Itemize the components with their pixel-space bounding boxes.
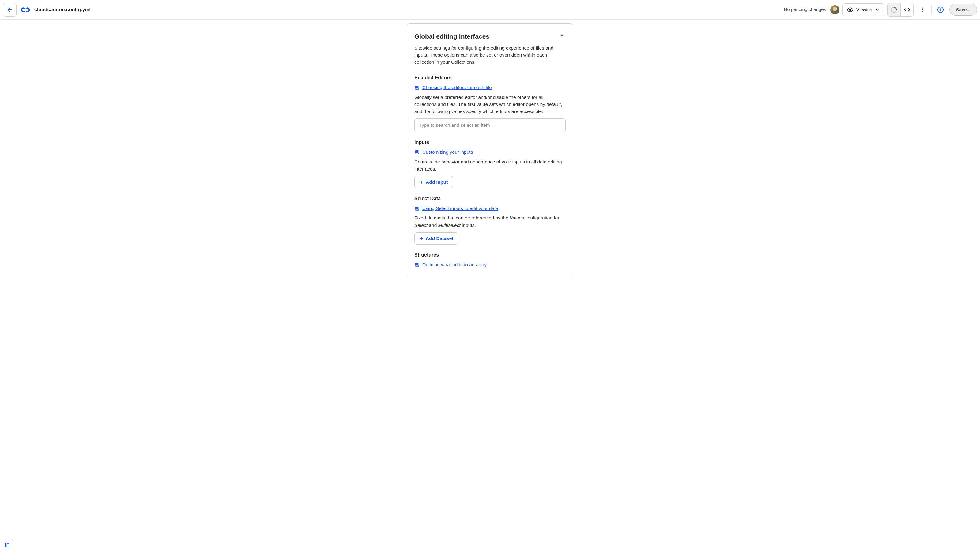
section-title: Structures	[414, 251, 566, 259]
doc-link-row: Defining what adds to an array	[414, 261, 566, 268]
settings-card: Global editing interfaces Sitewide setti…	[407, 23, 573, 276]
card-title: Global editing interfaces	[414, 32, 489, 41]
code-icon	[904, 7, 910, 13]
pending-changes-label: No pending changes	[784, 6, 826, 13]
section-inputs: Inputs Customizing your inputs Controls …	[414, 139, 566, 188]
enabled-editors-search-input[interactable]	[414, 119, 566, 132]
arrow-left-icon	[7, 7, 13, 13]
avatar[interactable]	[830, 5, 840, 14]
content-area: Global editing interfaces Sitewide setti…	[0, 20, 980, 276]
chevron-down-icon	[875, 8, 880, 12]
svg-point-4	[26, 9, 29, 11]
svg-rect-5	[24, 9, 27, 11]
doc-link-inputs[interactable]: Customizing your inputs	[422, 148, 473, 156]
add-dataset-button[interactable]: Add Dataset	[414, 232, 458, 245]
eye-icon	[847, 7, 853, 13]
viewing-label: Viewing	[856, 7, 872, 12]
save-button[interactable]: Save...	[950, 4, 977, 16]
doc-link-row: Choosing the editors for each file	[414, 84, 566, 91]
desc-text: inputs.	[461, 222, 476, 228]
add-input-label: Add Input	[426, 179, 448, 185]
svg-point-6	[850, 9, 851, 10]
more-menu-button[interactable]	[916, 4, 928, 16]
add-dataset-label: Add Dataset	[426, 236, 453, 241]
desc-text: and	[428, 222, 438, 228]
viewing-mode-button[interactable]: Viewing	[843, 3, 884, 16]
section-description: Globally set a preferred editor and/or d…	[414, 94, 566, 115]
filename: cloudcannon.config.yml	[34, 6, 91, 13]
desc-em: Values	[510, 215, 524, 221]
section-select-data: Select Data Using Select inputs to edit …	[414, 195, 566, 245]
svg-point-8	[922, 7, 923, 8]
back-button[interactable]	[3, 3, 16, 16]
card-header: Global editing interfaces	[414, 32, 566, 41]
doc-link-select-data[interactable]: Using Select inputs to edit your data	[422, 205, 498, 212]
card-description: Sitewide settings for configuring the ed…	[414, 44, 566, 66]
spinner-icon	[891, 7, 897, 13]
view-toggle-group	[887, 3, 913, 16]
svg-point-9	[922, 9, 923, 10]
book-icon	[414, 150, 419, 155]
book-icon	[414, 262, 419, 267]
svg-point-7	[891, 7, 897, 12]
plus-icon	[420, 236, 424, 241]
section-description: Fixed datasets that can be referenced by…	[414, 214, 566, 229]
desc-text: Fixed datasets that can be referenced by…	[414, 215, 510, 221]
divider	[931, 5, 932, 14]
section-title: Enabled Editors	[414, 74, 566, 81]
book-icon	[414, 206, 419, 211]
doc-link-structures[interactable]: Defining what adds to an array	[422, 261, 487, 268]
section-enabled-editors: Enabled Editors Choosing the editors for…	[414, 74, 566, 132]
cloudcannon-logo-icon	[20, 5, 30, 15]
app-logo	[20, 5, 30, 15]
svg-point-10	[922, 11, 923, 12]
chevron-up-icon	[559, 32, 565, 38]
info-icon	[937, 6, 944, 13]
desc-text: configuration for	[524, 215, 559, 221]
doc-link-row: Customizing your inputs	[414, 148, 566, 156]
app-header: cloudcannon.config.yml No pending change…	[0, 0, 980, 20]
doc-link-row: Using Select inputs to edit your data	[414, 205, 566, 212]
svg-point-3	[22, 9, 24, 11]
plus-icon	[420, 180, 424, 184]
section-structures: Structures Defining what adds to an arra…	[414, 251, 566, 268]
code-view-toggle[interactable]	[900, 3, 913, 16]
section-title: Inputs	[414, 139, 566, 146]
desc-em: Multiselect	[438, 222, 461, 228]
section-description: Controls the behavior and appearance of …	[414, 158, 566, 173]
form-view-toggle[interactable]	[888, 3, 900, 16]
header-right: No pending changes Viewing Save...	[784, 3, 977, 16]
header-left: cloudcannon.config.yml	[3, 3, 91, 16]
collapse-button[interactable]	[558, 32, 566, 39]
more-vertical-icon	[920, 7, 926, 13]
book-icon	[414, 85, 419, 90]
section-title: Select Data	[414, 195, 566, 202]
desc-em: Select	[414, 222, 428, 228]
add-input-button[interactable]: Add Input	[414, 176, 453, 188]
info-button[interactable]	[935, 4, 946, 16]
doc-link-enabled-editors[interactable]: Choosing the editors for each file	[422, 84, 492, 91]
